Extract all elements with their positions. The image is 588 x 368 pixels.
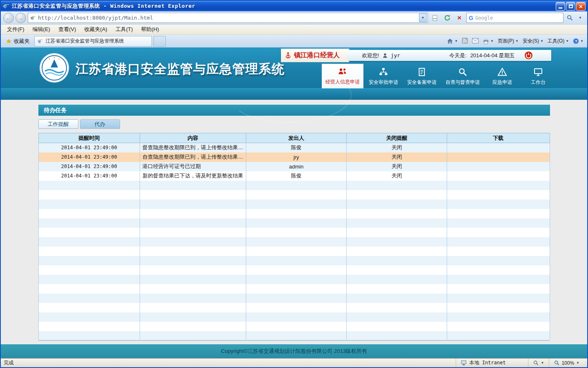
table-row[interactable] — [38, 331, 550, 341]
tab-work-reminder[interactable]: 工作提醒 — [38, 119, 78, 129]
table-row[interactable] — [38, 284, 550, 294]
cell-close-reminder — [347, 303, 447, 312]
menu-help[interactable]: 帮助(H) — [137, 25, 163, 34]
todo-panel: 待办任务 工作提醒 代办 提醒时间 内容 发出人 关闭提醒 — [38, 105, 550, 341]
warning-triangle-icon — [497, 67, 507, 77]
table-row[interactable]: 2014-04-01 23:49:00港口经营许可证号已过期admin关闭 — [38, 162, 550, 171]
table-row[interactable] — [38, 209, 550, 218]
zoom-level-button[interactable]: 100% ▼ — [549, 359, 584, 367]
page-footer: Copyright©江苏省交通规划设计院股份有限公司 2013版权所有 — [1, 344, 587, 358]
zone-label: 本地 Intranet — [469, 359, 506, 366]
menu-view[interactable]: 查看(V) — [55, 25, 80, 34]
maximize-button[interactable] — [566, 2, 575, 11]
zoom-value: 100% — [561, 360, 574, 366]
cell-close-reminder — [347, 209, 447, 218]
logout-button[interactable] — [524, 51, 533, 61]
search-input[interactable] — [475, 15, 561, 21]
nav-item-inspection[interactable]: 自查与督查申请 — [442, 65, 483, 88]
nav-item-safety-record[interactable]: 安全备案申请 — [403, 65, 440, 88]
page-menu-label: 页面(P) — [498, 38, 514, 45]
table-row[interactable]: 2014-04-01 23:49:00督查隐患整改期限已到，请上传整改结果…陈俊… — [38, 143, 550, 153]
table-row[interactable]: 2014-04-01 23:49:00自查隐患整改期限已到，请上传整改结果…jr… — [38, 153, 550, 162]
forward-button[interactable]: → — [16, 13, 26, 23]
table-row[interactable] — [38, 294, 550, 303]
page-menu-button[interactable]: 页面(P) ▼ — [498, 38, 519, 45]
table-row[interactable] — [38, 228, 550, 237]
tools-menu-button[interactable]: 工具(O) ▼ — [548, 38, 569, 45]
back-arrow-icon: ← — [6, 15, 11, 21]
table-row[interactable] — [38, 247, 550, 256]
cell-sender — [246, 190, 347, 200]
table-row[interactable] — [38, 303, 550, 312]
cell-close-reminder[interactable]: 关闭 — [347, 171, 447, 181]
welcome-label: 欢迎您! — [362, 52, 379, 59]
date-group: 今天是: 2014-04-04 星期五 — [449, 50, 515, 61]
col-header-close-reminder: 关闭提醒 — [347, 133, 447, 143]
compatibility-view-button[interactable] — [430, 13, 440, 23]
table-row[interactable] — [38, 275, 550, 284]
web-page: 江苏省港口安全监管与应急管理系统 镇江港口经营人 欢迎您! jyr 今天是: 2… — [1, 47, 587, 358]
nav-item-safety-approval[interactable]: 安全审批申请 — [365, 65, 402, 88]
minimize-button[interactable] — [556, 2, 565, 11]
table-row[interactable]: 2014-04-01 23:49:00新的督查结果已下达，请及时更新整改结果陈俊… — [38, 171, 550, 181]
site-logo[interactable] — [39, 53, 69, 85]
home-button[interactable]: ▼ — [447, 38, 458, 44]
cell-close-reminder[interactable]: 关闭 — [347, 143, 447, 153]
cell-remind-time — [38, 275, 140, 284]
nav-item-workbench[interactable]: 工作台 — [521, 65, 555, 88]
cell-close-reminder — [347, 265, 447, 275]
table-row[interactable] — [38, 322, 550, 331]
table-row[interactable] — [38, 181, 550, 190]
cell-close-reminder — [347, 312, 447, 322]
cell-content — [140, 331, 246, 341]
browser-tab[interactable]: e 江苏省港口安全监管与应急管理系统 — [34, 36, 152, 47]
cell-sender — [246, 237, 347, 247]
safety-menu-button[interactable]: 安全(S) ▼ — [523, 38, 543, 45]
port-emblem-icon — [39, 53, 69, 83]
stop-button[interactable]: × — [454, 13, 465, 23]
address-input[interactable] — [38, 15, 417, 21]
menu-favorites[interactable]: 收藏夹(A) — [80, 25, 111, 34]
search-options-dropdown[interactable]: ▼ — [576, 13, 585, 23]
cell-content — [140, 312, 246, 322]
cell-download — [447, 312, 550, 322]
refresh-icon — [444, 14, 451, 21]
search-button[interactable] — [565, 13, 574, 23]
command-bar: ▼ ▼ 页面(P) ▼ 安全(S) ▼ 工具(O) ▼ — [447, 38, 585, 45]
cell-close-reminder — [347, 237, 447, 247]
table-row[interactable] — [38, 237, 550, 247]
page-zoom-dropdown[interactable]: ▼ — [528, 359, 549, 367]
table-row[interactable] — [38, 265, 550, 275]
menu-tools[interactable]: 工具(T) — [112, 25, 137, 34]
back-button[interactable]: ← — [3, 13, 14, 23]
table-row[interactable] — [38, 200, 550, 209]
tab-todo[interactable]: 代办 — [80, 119, 120, 129]
search-box[interactable]: G — [466, 13, 564, 23]
read-mail-button[interactable] — [472, 38, 479, 45]
help-button[interactable]: ? ▼ — [573, 38, 584, 44]
new-tab-button[interactable] — [154, 36, 166, 47]
nav-item-operator-info[interactable]: 经营人信息申请 — [322, 64, 363, 88]
cell-close-reminder[interactable]: 关闭 — [347, 162, 447, 171]
refresh-button[interactable] — [442, 13, 452, 23]
cell-close-reminder[interactable]: 关闭 — [347, 153, 447, 162]
favorites-label: 收藏夹 — [13, 38, 29, 45]
print-button[interactable]: ▼ — [483, 38, 494, 44]
nav-item-emergency[interactable]: 应急申请 — [485, 65, 519, 88]
feeds-button[interactable] — [462, 38, 468, 45]
table-row[interactable] — [38, 256, 550, 265]
menu-file[interactable]: 文件(F) — [3, 25, 28, 34]
favorites-button[interactable]: ★ 收藏夹 — [3, 36, 33, 46]
address-field[interactable]: e ▼ — [28, 13, 428, 23]
window-controls: × — [556, 2, 586, 11]
menu-edit[interactable]: 编辑(E) — [29, 25, 54, 34]
cell-download — [447, 294, 550, 303]
user-strip: 镇江港口经营人 欢迎您! jyr 今天是: 2014-04-04 星期五 — [281, 50, 551, 61]
table-row[interactable] — [38, 312, 550, 322]
address-history-dropdown[interactable]: ▼ — [419, 13, 427, 22]
table-row[interactable] — [38, 190, 550, 200]
close-button[interactable]: × — [576, 2, 586, 11]
table-row[interactable] — [38, 218, 550, 228]
magnifier-icon — [567, 15, 573, 21]
cell-content: 港口经营许可证号已过期 — [140, 162, 246, 171]
